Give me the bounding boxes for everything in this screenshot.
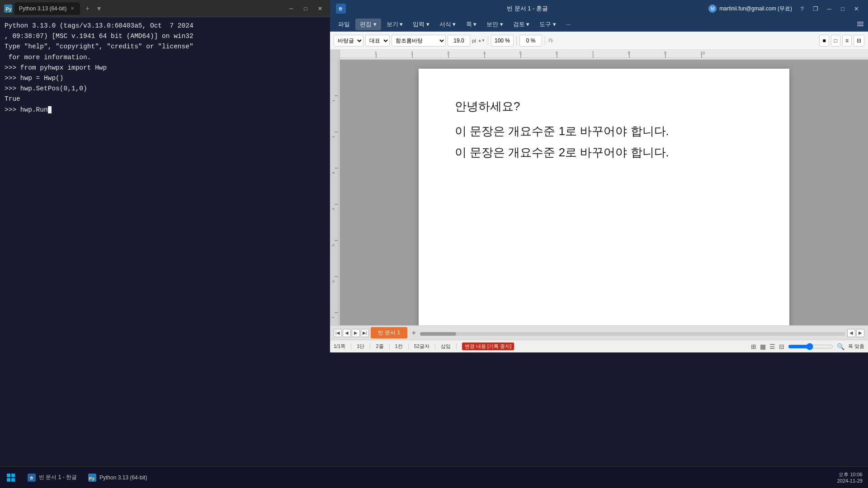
svg-text:3: 3 bbox=[331, 172, 335, 174]
taskbar-item-python[interactable]: Py Python 3.13 (64-bit) bbox=[82, 469, 152, 487]
zoom-slider[interactable] bbox=[788, 343, 833, 350]
font-name-select[interactable]: 바탕글 bbox=[334, 35, 363, 47]
menu-review[interactable]: 검토 ▾ bbox=[509, 19, 534, 30]
sheet-nav-next[interactable]: ▶ bbox=[352, 329, 360, 337]
menu-page[interactable]: 쪽 ▾ bbox=[462, 19, 481, 30]
hwp-help-button[interactable]: ? bbox=[796, 3, 808, 14]
terminal-minimize-button[interactable]: ─ bbox=[285, 3, 297, 14]
font-special-select[interactable]: 함초롬바탕 bbox=[392, 35, 446, 47]
doc-line-1[interactable]: 안녕하세요? bbox=[455, 96, 753, 117]
status-insert-mode[interactable]: 삽입 bbox=[441, 343, 451, 350]
terminal-line-7: >>> hwp.SetPos(0,1,0) bbox=[5, 84, 326, 94]
hscroll-right[interactable]: ▶ bbox=[856, 329, 864, 337]
status-page: 1/1쪽 bbox=[334, 343, 345, 350]
menu-security[interactable]: 보안 ▾ bbox=[482, 19, 508, 30]
toolbar-btn-3[interactable]: ≡ bbox=[842, 35, 852, 47]
terminal-tab[interactable]: Python 3.13 (64-bit) ✕ bbox=[14, 2, 80, 15]
svg-text:2: 2 bbox=[331, 136, 335, 138]
font-size-stepper[interactable]: ▲▼ bbox=[478, 38, 485, 42]
hwp-toolbar: 바탕글 대표 함초롬바탕 pt ▲▼ 가 ■ □ bbox=[330, 32, 868, 50]
menu-insert[interactable]: 입력 ▾ bbox=[408, 19, 434, 30]
zoom-input[interactable] bbox=[491, 35, 514, 47]
hwp-page[interactable]: 안녕하세요? 이 문장은 개요수준 1로 바꾸어야 합니다. 이 문장은 개요수… bbox=[419, 69, 789, 325]
hwp-maximize-button[interactable]: □ bbox=[836, 3, 849, 14]
view-mode-btn-3[interactable]: ☰ bbox=[769, 343, 775, 350]
hwp-close-button[interactable]: ✕ bbox=[850, 3, 863, 14]
doc-line-2[interactable]: 이 문장은 개요수준 1로 바꾸어야 합니다. bbox=[455, 121, 753, 142]
terminal-maximize-button[interactable]: □ bbox=[299, 3, 312, 14]
hwp-restore-button[interactable]: ❐ bbox=[809, 3, 822, 14]
hwp-ruler: 1 2 3 4 5 6 7 8 9 10 bbox=[330, 50, 868, 60]
taskbar-python-icon: Py bbox=[88, 473, 97, 482]
taskbar-clock: 오후 10:06 2024-11-29 bbox=[837, 471, 863, 483]
cursor bbox=[48, 106, 52, 113]
terminal-window-controls: ─ □ ✕ bbox=[285, 3, 326, 14]
hwp-page-container[interactable]: 안녕하세요? 이 문장은 개요수준 1로 바꾸어야 합니다. 이 문장은 개요수… bbox=[340, 60, 868, 325]
svg-text:7: 7 bbox=[592, 51, 594, 55]
terminal-tab-close[interactable]: ✕ bbox=[69, 5, 75, 12]
terminal-content[interactable]: Python 3.13.0 (tags/v3.13.0:60403a5, Oct… bbox=[0, 17, 330, 352]
font-style-select[interactable]: 대표 bbox=[365, 35, 390, 47]
hwp-sheet-tabs: |◀ ◀ ▶ ▶| 빈 문서 1 + ◀ ▶ bbox=[330, 325, 868, 340]
hwp-hscrollbar[interactable] bbox=[420, 330, 845, 336]
hwp-left-toolbar: 1 2 3 4 5 6 7 8 bbox=[330, 60, 340, 325]
hwp-scrollbar-btns: ◀ ▶ bbox=[847, 329, 864, 337]
svg-text:1: 1 bbox=[331, 99, 335, 102]
menu-view[interactable]: 보기 ▾ bbox=[382, 19, 408, 30]
search-icon[interactable]: 🔍 bbox=[837, 343, 844, 350]
terminal-line-4: for more information. bbox=[5, 52, 326, 63]
start-button[interactable] bbox=[0, 467, 22, 488]
status-char-count: 52글자 bbox=[414, 343, 429, 350]
rotate-input[interactable] bbox=[519, 35, 542, 47]
font-size-input[interactable] bbox=[448, 35, 470, 47]
terminal-titlebar: Py Python 3.13 (64-bit) ✕ + ▾ ─ □ ✕ bbox=[0, 0, 330, 17]
menu-format[interactable]: 서식 ▾ bbox=[435, 19, 461, 30]
toolbar-btn-1[interactable]: ■ bbox=[819, 35, 829, 47]
hscroll-left[interactable]: ◀ bbox=[847, 329, 855, 337]
sheet-add-button[interactable]: + bbox=[409, 328, 418, 338]
hwp-title: 빈 문서 1 - 훈글 bbox=[350, 5, 705, 13]
terminal-new-tab[interactable]: + bbox=[82, 3, 93, 14]
fit-width-label[interactable]: 폭 맞춤 bbox=[848, 343, 864, 350]
svg-text:6: 6 bbox=[331, 280, 335, 282]
hwp-minimize-button[interactable]: ─ bbox=[823, 3, 835, 14]
svg-text:6: 6 bbox=[556, 51, 558, 55]
status-col: 1단 bbox=[357, 343, 364, 350]
menu-tools[interactable]: 도구 ▾ bbox=[535, 19, 561, 30]
sheet-nav: |◀ ◀ ▶ ▶| bbox=[334, 329, 369, 337]
view-mode-btn-2[interactable]: ▦ bbox=[760, 343, 766, 350]
sheet-nav-first[interactable]: |◀ bbox=[334, 329, 342, 337]
toolbar-sep-2 bbox=[516, 36, 517, 45]
account-label: martinii.fun@gmail.com (무료) bbox=[719, 5, 792, 13]
toolbar-btn-2[interactable]: □ bbox=[831, 35, 840, 47]
taskbar: ㅎ 빈 문서 1 - 한글 Py Python 3.13 (64-bit) 오후… bbox=[0, 466, 868, 488]
doc-line-3[interactable]: 이 문장은 개요수준 2로 바꾸어야 합니다. bbox=[455, 142, 753, 163]
svg-text:4: 4 bbox=[331, 208, 335, 210]
sheet-nav-prev[interactable]: ◀ bbox=[343, 329, 351, 337]
terminal-line-8: True bbox=[5, 94, 326, 104]
taskbar-item-hwp[interactable]: ㅎ 빈 문서 1 - 한글 bbox=[22, 469, 82, 487]
svg-text:8: 8 bbox=[628, 51, 630, 55]
view-mode-btn-4[interactable]: ⊟ bbox=[779, 343, 784, 350]
svg-rect-6 bbox=[857, 25, 863, 26]
terminal-pane: Py Python 3.13 (64-bit) ✕ + ▾ ─ □ ✕ Pyth… bbox=[0, 0, 330, 352]
toolbar-collapse[interactable] bbox=[856, 19, 864, 29]
python-icon: Py bbox=[4, 4, 13, 13]
status-sep-6 bbox=[456, 343, 457, 350]
status-row: 2줄 bbox=[376, 343, 383, 350]
toolbar-btn-4[interactable]: ⊟ bbox=[854, 35, 864, 47]
sheet-tab-1[interactable]: 빈 문서 1 bbox=[371, 327, 407, 338]
menu-file[interactable]: 파일 bbox=[334, 19, 354, 30]
svg-text:Py: Py bbox=[6, 6, 12, 11]
view-mode-btn-1[interactable]: ⊞ bbox=[751, 343, 756, 350]
sheet-nav-last[interactable]: ▶| bbox=[361, 329, 369, 337]
ruler-corner bbox=[330, 50, 340, 60]
menu-more[interactable]: ··· bbox=[561, 19, 576, 29]
terminal-tab-chevron[interactable]: ▾ bbox=[94, 4, 104, 13]
statusbar-right: ⊞ ▦ ☰ ⊟ 🔍 폭 맞춤 bbox=[751, 343, 864, 350]
menu-edit[interactable]: 편집 ▾ bbox=[355, 19, 381, 30]
status-change-record[interactable]: 변경 내용 [기록 중지] bbox=[462, 343, 514, 350]
terminal-close-button[interactable]: ✕ bbox=[314, 3, 326, 14]
svg-text:10: 10 bbox=[700, 51, 705, 55]
hwp-document-area[interactable]: 1 2 3 4 5 6 7 8 안녕하세요? 이 문장은 개요수준 1로 바꾸어… bbox=[330, 60, 868, 325]
